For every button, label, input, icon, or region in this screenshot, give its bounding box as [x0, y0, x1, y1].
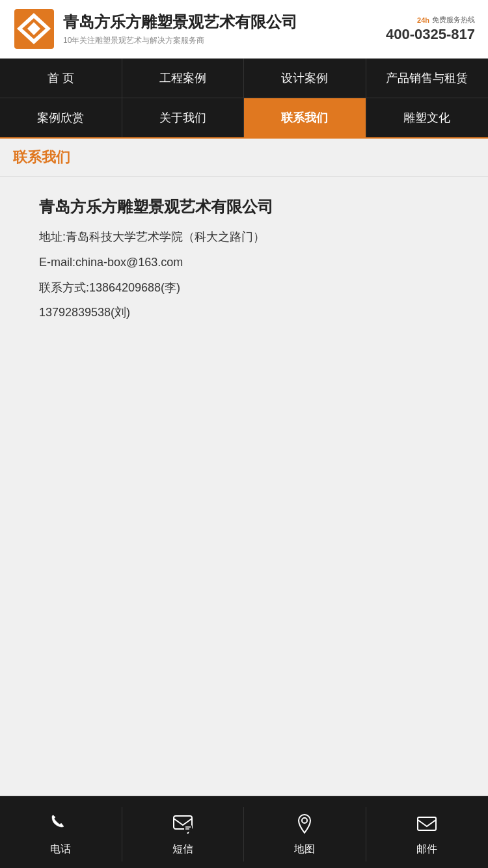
nav-design[interactable]: 设计案例	[244, 59, 366, 98]
nav-row2: 案例欣赏 关于我们 联系我们 雕塑文化	[0, 98, 488, 139]
email-icon	[415, 812, 439, 839]
header-phone[interactable]: 24h 免费服务热线 400-0325-817	[386, 15, 475, 43]
svg-marker-6	[187, 832, 189, 834]
sms-icon	[171, 812, 195, 839]
nav-culture[interactable]: 雕塑文化	[366, 98, 489, 137]
phone-number[interactable]: 400-0325-817	[386, 26, 475, 43]
nav-products[interactable]: 产品销售与租赁	[366, 59, 489, 98]
slogan: 10年关注雕塑景观艺术与解决方案服务商	[63, 35, 297, 46]
nav-about[interactable]: 关于我们	[122, 98, 245, 137]
phone-24h-badge: 24h	[417, 16, 429, 24]
page-title: 联系我们	[13, 149, 70, 165]
phone-hotline-wrap: 24h 免费服务热线	[417, 15, 475, 25]
contact-email: E-mail:china-box@163.com	[39, 253, 449, 272]
nav-contact[interactable]: 联系我们	[244, 98, 366, 137]
nav-home[interactable]: 首 页	[0, 59, 122, 98]
contact-company: 青岛方乐方雕塑景观艺术有限公司	[39, 197, 449, 217]
contact-content: 青岛方乐方雕塑景观艺术有限公司 地址:青岛科技大学艺术学院（科大之路门） E-m…	[0, 177, 488, 348]
logo-icon	[13, 8, 55, 50]
logo-area: 青岛方乐方雕塑景观艺术有限公司 10年关注雕塑景观艺术与解决方案服务商	[13, 8, 297, 50]
nav-row1: 首 页 工程案例 设计案例 产品销售与租赁	[0, 59, 488, 98]
svg-rect-8	[418, 817, 436, 830]
nav-engineering[interactable]: 工程案例	[122, 59, 245, 98]
company-name-header: 青岛方乐方雕塑景观艺术有限公司	[63, 12, 297, 33]
footer-sms[interactable]: 短信	[122, 807, 245, 861]
hotline-label: 免费服务热线	[432, 15, 475, 25]
footer-map-label: 地图	[294, 843, 315, 856]
svg-point-7	[302, 818, 307, 823]
header: 青岛方乐方雕塑景观艺术有限公司 10年关注雕塑景观艺术与解决方案服务商 24h …	[0, 0, 488, 59]
contact-address: 地址:青岛科技大学艺术学院（科大之路门）	[39, 228, 449, 247]
logo-text: 青岛方乐方雕塑景观艺术有限公司 10年关注雕塑景观艺术与解决方案服务商	[63, 12, 297, 46]
contact-phone: 联系方式:13864209688(李)	[39, 278, 449, 297]
footer-phone-label: 电话	[50, 843, 71, 856]
svg-rect-5	[184, 825, 192, 832]
nav-showcase[interactable]: 案例欣赏	[0, 98, 122, 137]
page-title-bar: 联系我们	[0, 139, 488, 177]
footer-map[interactable]: 地图	[244, 807, 366, 861]
footer-email[interactable]: 邮件	[366, 807, 489, 861]
footer-phone[interactable]: 电话	[0, 807, 122, 861]
footer-sms-label: 短信	[172, 843, 193, 856]
contact-phone2: 13792839538(刘)	[39, 303, 449, 322]
map-icon	[293, 812, 316, 839]
content-spacer	[0, 348, 488, 726]
footer-email-label: 邮件	[416, 843, 437, 856]
footer-nav: 电话 短信 地图 邮件	[0, 796, 488, 868]
phone-icon	[49, 812, 72, 839]
